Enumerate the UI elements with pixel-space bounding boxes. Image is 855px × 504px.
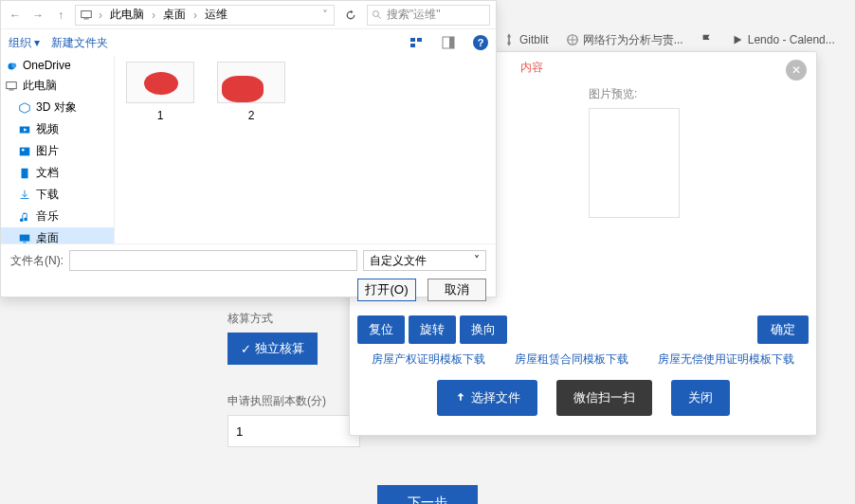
chevron-down-icon: ˅ [474, 254, 480, 267]
svg-rect-7 [410, 38, 415, 42]
pc-icon [80, 9, 93, 22]
cube-icon [18, 101, 31, 115]
svg-point-1 [507, 35, 511, 39]
organize-menu[interactable]: 组织▾ [9, 35, 40, 51]
svg-rect-5 [83, 18, 88, 19]
indep-calc-button[interactable]: ✓独立核算 [227, 333, 318, 365]
search-input[interactable]: 搜索"运维" [367, 5, 490, 26]
globe-icon [566, 33, 579, 46]
file-open-dialog: ← → ↑ ›此电脑 ›桌面 ›运维 ˅ 搜索"运维" 组织▾ 新建文件夹 ? … [0, 0, 497, 297]
chevron-down-icon: ▾ [34, 36, 40, 49]
rotate-button[interactable]: 旋转 [409, 315, 456, 344]
dl-freeuse[interactable]: 房屋无偿使用证明模板下载 [658, 352, 794, 366]
dl-lease[interactable]: 房屋租赁合同模板下载 [515, 352, 628, 366]
svg-point-2 [507, 42, 511, 45]
nav-tree: OneDrive此电脑3D 对象视频图片文档下载音乐桌面Windows-SSD … [1, 56, 115, 243]
modal-close-button[interactable]: ✕ [786, 60, 807, 81]
pc-icon [5, 80, 18, 93]
modal-header-fragment: 内容 [520, 60, 543, 76]
tab-gitblit[interactable]: Gitblit [502, 33, 549, 46]
reset-button[interactable]: 复位 [357, 315, 405, 344]
nav-fwd-button[interactable]: → [29, 7, 46, 24]
svg-rect-4 [82, 10, 92, 17]
svg-rect-21 [23, 242, 27, 243]
search-icon [372, 9, 383, 21]
tree-node[interactable]: 下载 [1, 184, 114, 206]
onedrive-icon [5, 59, 18, 72]
tree-node[interactable]: 此电脑 [1, 75, 114, 97]
chevron-down-icon[interactable]: ˅ [322, 9, 328, 22]
preview-pane-icon[interactable] [441, 35, 456, 50]
tab-label: 网络行为分析与责... [583, 32, 683, 48]
image-preview-box [589, 108, 680, 218]
svg-rect-20 [20, 234, 30, 241]
confirm-button[interactable]: 确定 [757, 315, 809, 344]
address-bar[interactable]: ›此电脑 ›桌面 ›运维 ˅ [75, 5, 335, 26]
tab-flag[interactable] [700, 33, 714, 46]
new-folder-button[interactable]: 新建文件夹 [51, 35, 108, 51]
tree-node[interactable]: 图片 [1, 140, 114, 162]
tree-node[interactable]: 文档 [1, 162, 114, 184]
file-thumb[interactable]: 1 [124, 62, 196, 122]
svg-point-13 [11, 63, 16, 67]
refresh-icon [344, 9, 357, 22]
mirror-button[interactable]: 换向 [460, 315, 507, 344]
filename-label: 文件名(N): [10, 253, 64, 269]
search-placeholder: 搜索"运维" [387, 7, 441, 23]
dl-ownership[interactable]: 房屋产权证明模板下载 [372, 352, 485, 366]
tab-label: Gitblit [519, 33, 549, 46]
file-grid: 1 2 [115, 56, 496, 243]
wechat-scan-button[interactable]: 微信扫一扫 [556, 380, 652, 416]
music-icon [18, 210, 31, 224]
download-icon [18, 189, 31, 202]
view-menu-icon[interactable] [409, 35, 424, 50]
nav-up-button[interactable]: ↑ [52, 7, 69, 24]
tab-lendo[interactable]: Lendo - Calend... [731, 33, 835, 46]
svg-rect-17 [20, 147, 30, 155]
refresh-button[interactable] [340, 5, 361, 26]
svg-rect-14 [7, 81, 17, 88]
svg-rect-8 [417, 38, 422, 42]
open-button[interactable]: 打开(O) [357, 279, 416, 301]
svg-rect-9 [410, 44, 415, 47]
filename-input[interactable] [69, 250, 357, 271]
git-icon [502, 33, 516, 46]
svg-point-6 [373, 10, 379, 16]
svg-rect-15 [9, 89, 13, 90]
tree-node[interactable]: OneDrive [1, 56, 114, 75]
next-step-button[interactable]: 下一步 [377, 485, 478, 504]
image-icon [18, 145, 31, 158]
tree-node[interactable]: 桌面 [1, 227, 114, 243]
svg-rect-19 [22, 168, 28, 178]
svg-rect-11 [449, 37, 454, 48]
preview-label: 图片预览: [589, 86, 797, 102]
tree-node[interactable]: 3D 对象 [1, 97, 114, 118]
upload-icon [454, 391, 467, 405]
copies-input[interactable] [227, 415, 360, 447]
flag-icon [700, 33, 714, 46]
play-icon [731, 33, 744, 46]
close-button[interactable]: 关闭 [671, 380, 730, 416]
tab-label: Lendo - Calend... [748, 33, 835, 46]
cancel-button[interactable]: 取消 [428, 279, 486, 301]
help-button[interactable]: ? [473, 35, 488, 50]
select-file-button[interactable]: 选择文件 [437, 380, 537, 416]
nav-back-button[interactable]: ← [7, 7, 24, 24]
template-download-links: 房屋产权证明模板下载 房屋租赁合同模板下载 房屋无偿使用证明模板下载 [350, 351, 816, 368]
tree-node[interactable]: 视频 [1, 118, 114, 140]
desktop-icon [18, 232, 31, 244]
close-icon: ✕ [791, 63, 801, 77]
tab-netanalysis[interactable]: 网络行为分析与责... [566, 32, 683, 48]
check-icon: ✓ [241, 342, 251, 356]
file-filter-dropdown[interactable]: 自定义文件˅ [363, 250, 486, 271]
file-thumb[interactable]: 2 [215, 62, 287, 122]
video-icon [18, 123, 31, 136]
svg-point-18 [22, 148, 25, 151]
doc-icon [18, 167, 31, 180]
tree-node[interactable]: 音乐 [1, 206, 114, 227]
